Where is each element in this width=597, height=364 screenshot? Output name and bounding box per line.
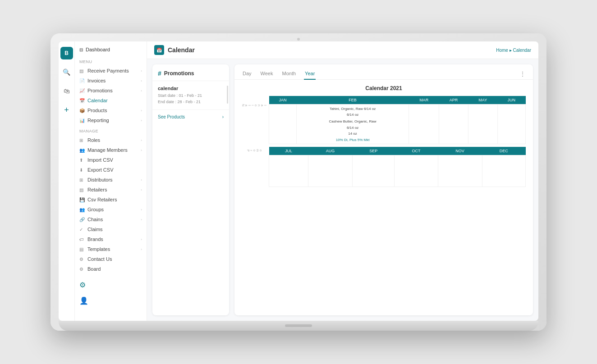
feb-promo-link[interactable]: 10% Di, Plus 5% Mkt bbox=[299, 138, 406, 142]
see-products-link[interactable]: See Products › bbox=[152, 110, 229, 124]
scroll-indicator bbox=[227, 86, 228, 104]
cell-dec[interactable] bbox=[482, 155, 525, 187]
sidebar-item-distributors[interactable]: ⊞ Distributors › bbox=[75, 175, 147, 185]
page-title-text: Calendar bbox=[168, 46, 195, 54]
bottom-icon-1[interactable]: ⚙ bbox=[79, 278, 142, 291]
sidebar-item-retailers[interactable]: ▤ Retailers › bbox=[75, 185, 147, 195]
row1-label: National bbox=[242, 104, 267, 140]
sidebar-item-csv-retailers[interactable]: 💾 Csv Retailers bbox=[75, 195, 147, 205]
sidebar-item-receive-payments[interactable]: ▤ Receive Payments › bbox=[75, 66, 147, 76]
sidebar-item-roles[interactable]: ⊞ Roles › bbox=[75, 135, 147, 145]
page-icon: 📅 bbox=[154, 45, 164, 55]
calendar-row: Tahini, Organic, Raw 6/14 oz 6/14 oz Cas… bbox=[269, 105, 526, 144]
invoices-label: Invoices bbox=[87, 78, 106, 83]
products-icon: 📦 bbox=[79, 108, 85, 113]
cell-jul[interactable] bbox=[269, 155, 308, 187]
promotion-start-date: Start date : 01 - Feb - 21 bbox=[158, 93, 224, 99]
promotion-card[interactable]: calendar Start date : 01 - Feb - 21 End … bbox=[152, 81, 229, 110]
logo-icon[interactable]: B bbox=[60, 47, 73, 59]
calendar-row bbox=[269, 155, 526, 187]
chains-icon: 🔗 bbox=[79, 217, 85, 222]
feb-product-4: 6/14 oz bbox=[299, 125, 406, 130]
tab-week[interactable]: Week bbox=[260, 68, 274, 80]
arrow-icon: › bbox=[141, 138, 142, 142]
calendar-grid-row2: JUL AUG SEP OCT NOV DEC bbox=[269, 147, 526, 187]
cell-mar[interactable] bbox=[409, 105, 439, 144]
dashboard-label: Dashboard bbox=[86, 47, 110, 52]
promotions-label: Promotions bbox=[87, 88, 113, 93]
calendar-tabs: Day Week Month Year ⋮ bbox=[234, 64, 533, 80]
menu-section-label: MENU bbox=[75, 56, 147, 66]
distributors-label: Distributors bbox=[87, 177, 113, 182]
sidebar-item-manage-members[interactable]: 👥 Manage Members › bbox=[75, 145, 147, 155]
tab-month[interactable]: Month bbox=[281, 68, 297, 80]
sidebar-item-calendar[interactable]: 📅 Calendar bbox=[75, 96, 147, 105]
month-jan: JAN bbox=[269, 96, 297, 105]
page-title: 📅 Calendar bbox=[154, 45, 195, 55]
cell-apr[interactable] bbox=[439, 105, 468, 144]
sidebar-item-promotions[interactable]: 📈 Promotions › bbox=[75, 86, 147, 96]
cell-jun[interactable] bbox=[497, 105, 525, 144]
receive-payments-icon: ▤ bbox=[79, 68, 85, 73]
csv-retailers-icon: 💾 bbox=[79, 197, 85, 202]
arrow-icon: › bbox=[141, 188, 142, 192]
breadcrumb-current: Calendar bbox=[513, 48, 531, 53]
import-csv-label: Import CSV bbox=[87, 157, 113, 163]
cell-oct[interactable] bbox=[395, 155, 438, 187]
hash-icon: # bbox=[158, 70, 161, 77]
sidebar-item-export-csv[interactable]: ⬇ Export CSV bbox=[75, 165, 147, 175]
sidebar-item-claims[interactable]: ✓ Claims bbox=[75, 224, 147, 234]
calendar-icon: 📅 bbox=[79, 98, 85, 103]
retailers-icon: ▤ bbox=[79, 187, 85, 192]
sidebar-item-reporting[interactable]: 📊 Reporting › bbox=[75, 115, 147, 125]
cell-may[interactable] bbox=[468, 105, 497, 144]
laptop-base bbox=[59, 321, 538, 331]
dashboard-icon: ⊟ bbox=[79, 47, 83, 52]
cell-sep[interactable] bbox=[353, 155, 395, 187]
laptop-screen: B 🔍 🛍 + ⊟ Dashboard MENU ▤ Receive Payme… bbox=[59, 41, 538, 321]
manage-members-icon: 👥 bbox=[79, 148, 85, 153]
month-sep: SEP bbox=[353, 147, 395, 155]
sidebar-item-invoices[interactable]: 📄 Invoices › bbox=[75, 76, 147, 86]
tab-year[interactable]: Year bbox=[304, 68, 316, 80]
sidebar-item-contact-us[interactable]: ⚙ Contact Us bbox=[75, 254, 147, 264]
month-mar: MAR bbox=[409, 96, 439, 105]
cell-jan[interactable] bbox=[269, 105, 297, 144]
receive-payments-label: Receive Payments bbox=[87, 68, 129, 73]
reporting-icon: 📊 bbox=[79, 118, 85, 123]
sidebar-item-products[interactable]: 📦 Products › bbox=[75, 105, 147, 115]
bag-icon[interactable]: 🛍 bbox=[60, 85, 73, 97]
laptop-notch bbox=[285, 324, 312, 327]
month-feb: FEB bbox=[297, 96, 409, 105]
month-oct: OCT bbox=[395, 147, 438, 155]
brands-label: Brands bbox=[87, 237, 103, 242]
tab-day[interactable]: Day bbox=[242, 68, 253, 80]
add-icon[interactable]: + bbox=[60, 104, 73, 116]
reporting-label: Reporting bbox=[87, 118, 109, 123]
dashboard-link[interactable]: ⊟ Dashboard bbox=[75, 41, 147, 56]
feb-product-5: 14 oz bbox=[299, 131, 406, 136]
month-may: MAY bbox=[468, 96, 497, 105]
calendar-options-icon[interactable]: ⋮ bbox=[519, 70, 526, 77]
sidebar-item-groups[interactable]: 👥 Groups › bbox=[75, 205, 147, 214]
row2-label: Promo bbox=[242, 149, 267, 185]
products-label: Products bbox=[87, 108, 107, 113]
claims-icon: ✓ bbox=[79, 227, 85, 232]
sidebar-item-chains[interactable]: 🔗 Chains › bbox=[75, 214, 147, 224]
see-products-arrow: › bbox=[222, 114, 224, 119]
search-icon[interactable]: 🔍 bbox=[60, 66, 73, 78]
contact-us-icon: ⚙ bbox=[79, 257, 85, 262]
bottom-icon-2[interactable]: 👤 bbox=[79, 294, 142, 307]
month-dec: DEC bbox=[482, 147, 525, 155]
sidebar-item-brands[interactable]: 🏷 Brands › bbox=[75, 234, 147, 244]
roles-label: Roles bbox=[87, 137, 100, 143]
manage-members-label: Manage Members bbox=[87, 147, 128, 153]
cell-feb[interactable]: Tahini, Organic, Raw 6/14 oz 6/14 oz Cas… bbox=[297, 105, 409, 144]
sidebar-item-board[interactable]: ⚙ Board bbox=[75, 264, 147, 274]
cell-aug[interactable] bbox=[308, 155, 353, 187]
sidebar-item-import-csv[interactable]: ⬆ Import CSV bbox=[75, 155, 147, 165]
cell-nov[interactable] bbox=[438, 155, 482, 187]
claims-label: Claims bbox=[87, 227, 103, 232]
sidebar-item-templates[interactable]: ▤ Templates › bbox=[75, 244, 147, 254]
contact-us-label: Contact Us bbox=[87, 256, 112, 262]
